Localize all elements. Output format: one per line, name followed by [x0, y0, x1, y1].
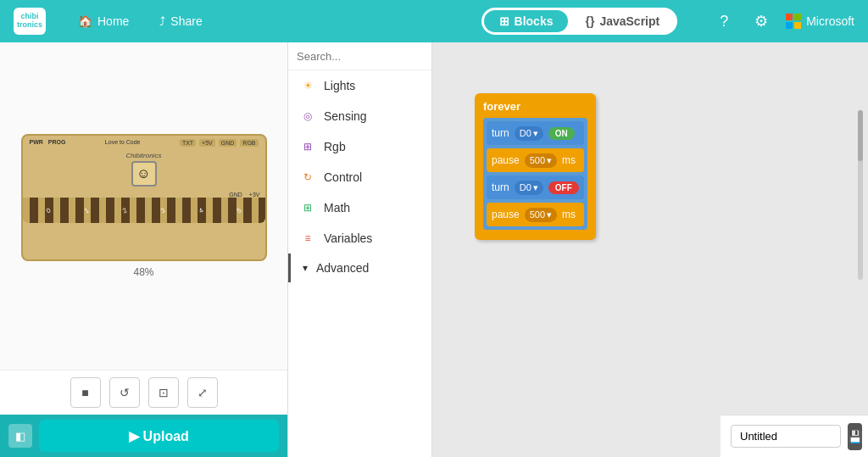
fullscreen-button[interactable]: ⤢	[187, 377, 218, 408]
home-icon: 🏠	[78, 14, 92, 28]
pause-dropdown-1[interactable]: 500 ▾	[525, 153, 557, 168]
header-right: ? ⚙ Microsoft	[711, 8, 854, 34]
forever-block: forever turn D0 ▾ ON pause	[475, 93, 596, 240]
microsoft-area: Microsoft	[786, 14, 854, 29]
tab-blocks[interactable]: ⊞ Blocks	[484, 10, 569, 32]
search-bar: 🔍	[288, 42, 431, 70]
stop-icon: ■	[81, 386, 88, 399]
help-icon: ?	[720, 13, 728, 31]
save-button[interactable]: 💾	[848, 423, 862, 450]
help-button[interactable]: ?	[711, 8, 737, 34]
project-name-input[interactable]	[731, 425, 841, 448]
home-button[interactable]: 🏠 Home	[71, 11, 136, 31]
settings-button[interactable]: ⚙	[748, 8, 774, 34]
advanced-chevron-icon: ▾	[303, 262, 308, 274]
tab-group: ⊞ Blocks {} JavaScript	[481, 8, 678, 35]
ms-label-1: ms	[562, 154, 576, 166]
reset-icon: ↺	[120, 386, 130, 399]
category-rgb[interactable]: ⊞ Rgb	[288, 131, 431, 162]
tab-javascript[interactable]: {} JavaScript	[570, 10, 675, 32]
zoom-level: 48%	[133, 266, 153, 278]
category-variables[interactable]: ≡ Variables	[288, 223, 431, 254]
pause-block-2: pause 500 ▾ ms	[487, 203, 584, 226]
block-container: forever turn D0 ▾ ON pause	[475, 93, 596, 240]
category-list: ☀ Lights ◎ Sensing ⊞ Rgb ↻ Control ⊞ Mat…	[288, 70, 431, 457]
categories-panel: 🔍 ☀ Lights ◎ Sensing ⊞ Rgb ↻ Control ⊞ M…	[288, 42, 432, 457]
main-layout: PWR PROG Love to Code TXT +5V GND RGB Ch…	[0, 42, 868, 457]
board-face: ☺	[131, 161, 157, 187]
control-label: Control	[324, 170, 362, 184]
pause-label-2: pause	[492, 209, 520, 220]
state-toggle-on[interactable]: ON	[548, 127, 575, 140]
left-panel: PWR PROG Love to Code TXT +5V GND RGB Ch…	[0, 42, 288, 457]
category-control[interactable]: ↻ Control	[288, 162, 431, 192]
logo-icon: chibitronics	[14, 8, 46, 35]
search-input[interactable]	[297, 50, 432, 63]
advanced-label: Advanced	[316, 261, 369, 275]
category-advanced[interactable]: ▾ Advanced	[288, 254, 431, 282]
sensing-icon: ◎	[300, 109, 315, 124]
upload-bar: ◧ ▶ Upload	[0, 415, 287, 457]
math-icon: ⊞	[300, 200, 315, 215]
save-icon: 💾	[848, 430, 862, 443]
pin-dropdown-2[interactable]: D0 ▾	[515, 181, 543, 195]
inner-blocks: turn D0 ▾ ON pause 500 ▾ ms	[483, 118, 587, 230]
device-board: PWR PROG Love to Code TXT +5V GND RGB Ch…	[21, 134, 267, 261]
board-body: Chibitronics ☺	[23, 150, 265, 190]
logo-area: chibitronics	[14, 8, 46, 35]
rgb-icon: ⊞	[300, 139, 315, 154]
gnd-label: GND	[229, 192, 242, 198]
state-toggle-off[interactable]: OFF	[548, 181, 579, 194]
rgb-label: Rgb	[324, 140, 346, 153]
pause-label-1: pause	[492, 154, 520, 166]
sensing-label: Sensing	[324, 109, 367, 123]
fullscreen-icon: ⤢	[198, 386, 208, 399]
control-icon: ↻	[300, 170, 315, 185]
pause-block-1: pause 500 ▾ ms	[487, 148, 584, 172]
love-to-code: Love to Code	[105, 139, 141, 147]
forever-label: forever	[483, 100, 587, 113]
settings-icon: ⚙	[754, 12, 768, 31]
scrollbar-track	[858, 110, 863, 280]
capture-icon: ⊡	[159, 386, 169, 399]
header: chibitronics 🏠 Home ⤴ Share ⊞ Blocks {} …	[0, 0, 868, 42]
controls-row: ■ ↺ ⊡ ⤢	[0, 370, 287, 415]
js-icon: {}	[585, 14, 594, 28]
device-view: PWR PROG Love to Code TXT +5V GND RGB Ch…	[0, 42, 287, 370]
board-top: PWR PROG Love to Code TXT +5V GND RGB	[23, 136, 265, 150]
math-label: Math	[324, 201, 350, 215]
lights-label: Lights	[324, 79, 355, 92]
stop-button[interactable]: ■	[70, 377, 101, 408]
category-math[interactable]: ⊞ Math	[288, 192, 431, 223]
turn-label-1: turn	[492, 127, 509, 139]
capture-button[interactable]: ⊡	[148, 377, 179, 408]
turn-off-block: turn D0 ▾ OFF	[487, 176, 584, 199]
upload-label: ▶ Upload	[129, 428, 189, 444]
upload-button[interactable]: ▶ Upload	[39, 420, 279, 452]
blocks-icon: ⊞	[499, 14, 509, 28]
share-icon: ⤴	[159, 14, 165, 28]
pause-dropdown-2[interactable]: 500 ▾	[525, 208, 557, 222]
variables-icon: ≡	[300, 231, 315, 246]
ms-label-2: ms	[562, 209, 576, 220]
scrollbar-thumb[interactable]	[858, 110, 863, 161]
variables-label: Variables	[324, 231, 372, 245]
workspace: forever turn D0 ▾ ON pause	[432, 42, 868, 457]
microsoft-logo	[786, 14, 801, 29]
sidebar-icon: ◧	[15, 430, 25, 443]
bottom-toolbar: 💾 ↩ ↪ + −	[721, 415, 868, 457]
chibitronics-label: Chibitronics	[126, 152, 162, 159]
category-sensing[interactable]: ◎ Sensing	[288, 101, 431, 131]
turn-label-2: turn	[492, 181, 509, 193]
reset-button[interactable]: ↺	[109, 377, 140, 408]
pin-dropdown-1[interactable]: D0 ▾	[515, 126, 543, 141]
lights-icon: ☀	[300, 78, 315, 93]
sidebar-toggle-button[interactable]: ◧	[8, 424, 32, 448]
category-lights[interactable]: ☀ Lights	[288, 70, 431, 101]
share-button[interactable]: ⤴ Share	[153, 11, 209, 31]
3v-label: +3V	[249, 192, 260, 198]
board-striped-area: 0 1 2 3 4 5	[23, 198, 265, 223]
workspace-panel[interactable]: forever turn D0 ▾ ON pause	[432, 42, 868, 457]
turn-on-block: turn D0 ▾ ON	[487, 121, 584, 145]
